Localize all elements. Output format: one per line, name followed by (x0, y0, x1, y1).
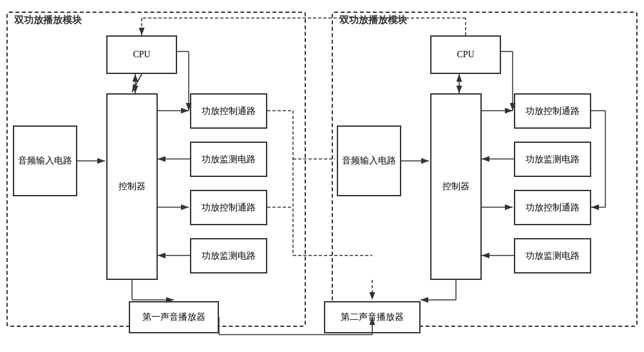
audio-input-right: 音频输入电路 (337, 125, 401, 196)
amp-ctrl-2-right: 功放控制通路 (514, 190, 591, 225)
amp-monitor-2-left: 功放监测电路 (190, 238, 267, 273)
module-right-label: 双功放播放模块 (339, 14, 407, 26)
audio-player-right: 第二声音播放器 (324, 301, 421, 333)
amp-ctrl-1-left: 功放控制通路 (190, 93, 267, 129)
cpu-left: CPU (106, 35, 177, 74)
amp-monitor-1-right: 功放监测电路 (514, 142, 591, 177)
audio-input-left: 音频输入电路 (13, 125, 77, 196)
cpu-right: CPU (430, 35, 501, 74)
diagram-container: 双功放播放模块 双功放播放模块 音频输入电路 CPU 控制器 功放控制通路 功放… (0, 0, 644, 352)
amp-ctrl-1-right: 功放控制通路 (514, 93, 591, 129)
audio-player-left: 第一声音播放器 (129, 301, 219, 333)
amp-monitor-2-right: 功放监测电路 (514, 238, 591, 273)
controller-left: 控制器 (106, 93, 158, 280)
module-left-label: 双功放播放模块 (14, 14, 82, 26)
amp-monitor-1-left: 功放监测电路 (190, 142, 267, 177)
amp-ctrl-2-left: 功放控制通路 (190, 190, 267, 225)
controller-right: 控制器 (430, 93, 482, 280)
